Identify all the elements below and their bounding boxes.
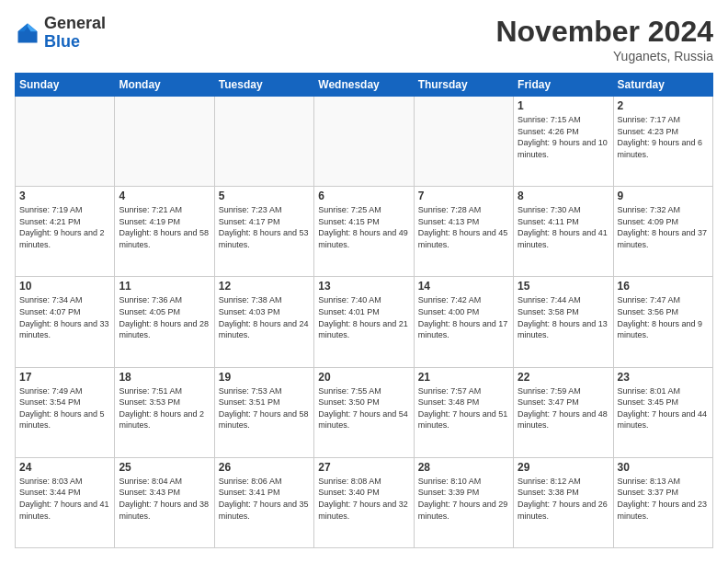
day-info: Sunrise: 7:57 AM Sunset: 3:48 PM Dayligh… <box>418 385 509 431</box>
col-thursday: Thursday <box>414 74 513 97</box>
calendar-cell: 11Sunrise: 7:36 AM Sunset: 4:05 PM Dayli… <box>115 277 214 367</box>
calendar-cell: 1Sunrise: 7:15 AM Sunset: 4:26 PM Daylig… <box>514 97 613 187</box>
calendar-cell <box>115 97 214 187</box>
day-info: Sunrise: 8:06 AM Sunset: 3:41 PM Dayligh… <box>219 476 310 522</box>
day-info: Sunrise: 7:42 AM Sunset: 4:00 PM Dayligh… <box>418 294 509 340</box>
col-wednesday: Wednesday <box>314 74 414 97</box>
col-sunday: Sunday <box>16 74 115 97</box>
calendar-cell: 16Sunrise: 7:47 AM Sunset: 3:56 PM Dayli… <box>613 277 712 367</box>
col-monday: Monday <box>115 74 214 97</box>
day-number: 9 <box>618 190 709 202</box>
day-number: 28 <box>418 461 509 474</box>
day-number: 5 <box>219 190 310 202</box>
calendar-cell: 4Sunrise: 7:21 AM Sunset: 4:19 PM Daylig… <box>115 187 214 277</box>
day-number: 2 <box>618 99 709 112</box>
calendar-header-row: Sunday Monday Tuesday Wednesday Thursday… <box>16 74 713 97</box>
calendar-cell: 10Sunrise: 7:34 AM Sunset: 4:07 PM Dayli… <box>16 277 115 367</box>
day-info: Sunrise: 7:47 AM Sunset: 3:56 PM Dayligh… <box>618 294 709 340</box>
title-block: November 2024 Yuganets, Russia <box>495 15 713 63</box>
day-number: 8 <box>518 190 609 202</box>
day-number: 25 <box>119 461 210 474</box>
day-number: 20 <box>318 371 409 384</box>
day-number: 4 <box>119 190 210 202</box>
calendar-cell: 5Sunrise: 7:23 AM Sunset: 4:17 PM Daylig… <box>214 187 313 277</box>
day-number: 12 <box>219 280 310 293</box>
calendar-table: Sunday Monday Tuesday Wednesday Thursday… <box>15 73 713 548</box>
day-info: Sunrise: 7:34 AM Sunset: 4:07 PM Dayligh… <box>19 294 110 340</box>
day-number: 22 <box>518 371 609 384</box>
calendar-cell: 3Sunrise: 7:19 AM Sunset: 4:21 PM Daylig… <box>16 187 115 277</box>
day-info: Sunrise: 8:08 AM Sunset: 3:40 PM Dayligh… <box>318 476 409 522</box>
day-info: Sunrise: 8:12 AM Sunset: 3:38 PM Dayligh… <box>518 476 609 522</box>
logo-icon <box>15 20 40 46</box>
day-info: Sunrise: 7:15 AM Sunset: 4:26 PM Dayligh… <box>518 114 609 160</box>
calendar-cell: 8Sunrise: 7:30 AM Sunset: 4:11 PM Daylig… <box>514 187 613 277</box>
calendar-cell: 20Sunrise: 7:55 AM Sunset: 3:50 PM Dayli… <box>314 367 414 457</box>
day-number: 18 <box>119 371 210 384</box>
day-info: Sunrise: 8:10 AM Sunset: 3:39 PM Dayligh… <box>418 476 509 522</box>
calendar-cell: 13Sunrise: 7:40 AM Sunset: 4:01 PM Dayli… <box>314 277 414 367</box>
calendar-cell: 28Sunrise: 8:10 AM Sunset: 3:39 PM Dayli… <box>414 457 513 547</box>
day-number: 16 <box>618 280 709 293</box>
calendar-cell: 29Sunrise: 8:12 AM Sunset: 3:38 PM Dayli… <box>514 457 613 547</box>
day-info: Sunrise: 7:30 AM Sunset: 4:11 PM Dayligh… <box>518 204 609 250</box>
calendar-cell: 26Sunrise: 8:06 AM Sunset: 3:41 PM Dayli… <box>214 457 313 547</box>
day-info: Sunrise: 8:04 AM Sunset: 3:43 PM Dayligh… <box>119 476 210 522</box>
day-number: 27 <box>318 461 409 474</box>
calendar-cell: 19Sunrise: 7:53 AM Sunset: 3:51 PM Dayli… <box>214 367 313 457</box>
col-saturday: Saturday <box>613 74 712 97</box>
calendar-cell: 12Sunrise: 7:38 AM Sunset: 4:03 PM Dayli… <box>214 277 313 367</box>
calendar-week-1: 1Sunrise: 7:15 AM Sunset: 4:26 PM Daylig… <box>16 97 713 187</box>
day-info: Sunrise: 7:21 AM Sunset: 4:19 PM Dayligh… <box>119 204 210 250</box>
day-number: 11 <box>119 280 210 293</box>
day-number: 17 <box>19 371 110 384</box>
calendar-cell: 25Sunrise: 8:04 AM Sunset: 3:43 PM Dayli… <box>115 457 214 547</box>
header: General Blue November 2024 Yuganets, Rus… <box>15 15 713 63</box>
location: Yuganets, Russia <box>495 49 713 63</box>
day-info: Sunrise: 8:03 AM Sunset: 3:44 PM Dayligh… <box>19 476 110 522</box>
calendar-cell: 2Sunrise: 7:17 AM Sunset: 4:23 PM Daylig… <box>613 97 712 187</box>
calendar-week-5: 24Sunrise: 8:03 AM Sunset: 3:44 PM Dayli… <box>16 457 713 547</box>
day-info: Sunrise: 7:44 AM Sunset: 3:58 PM Dayligh… <box>518 294 609 340</box>
calendar-cell: 27Sunrise: 8:08 AM Sunset: 3:40 PM Dayli… <box>314 457 414 547</box>
day-info: Sunrise: 7:36 AM Sunset: 4:05 PM Dayligh… <box>119 294 210 340</box>
logo-general-text: General <box>44 14 106 32</box>
day-info: Sunrise: 7:51 AM Sunset: 3:53 PM Dayligh… <box>119 385 210 431</box>
day-info: Sunrise: 7:25 AM Sunset: 4:15 PM Dayligh… <box>318 204 409 250</box>
calendar-cell <box>214 97 313 187</box>
day-number: 1 <box>518 99 609 112</box>
day-info: Sunrise: 8:01 AM Sunset: 3:45 PM Dayligh… <box>618 385 709 431</box>
logo-text: General Blue <box>44 15 106 52</box>
day-info: Sunrise: 7:19 AM Sunset: 4:21 PM Dayligh… <box>19 204 110 250</box>
day-info: Sunrise: 7:32 AM Sunset: 4:09 PM Dayligh… <box>618 204 709 250</box>
calendar-cell: 18Sunrise: 7:51 AM Sunset: 3:53 PM Dayli… <box>115 367 214 457</box>
calendar-cell: 30Sunrise: 8:13 AM Sunset: 3:37 PM Dayli… <box>613 457 712 547</box>
day-info: Sunrise: 7:40 AM Sunset: 4:01 PM Dayligh… <box>318 294 409 340</box>
day-info: Sunrise: 7:49 AM Sunset: 3:54 PM Dayligh… <box>19 385 110 431</box>
day-info: Sunrise: 7:53 AM Sunset: 3:51 PM Dayligh… <box>219 385 310 431</box>
calendar-cell: 7Sunrise: 7:28 AM Sunset: 4:13 PM Daylig… <box>414 187 513 277</box>
calendar-cell <box>414 97 513 187</box>
calendar-cell: 23Sunrise: 8:01 AM Sunset: 3:45 PM Dayli… <box>613 367 712 457</box>
day-info: Sunrise: 7:59 AM Sunset: 3:47 PM Dayligh… <box>518 385 609 431</box>
calendar-cell: 6Sunrise: 7:25 AM Sunset: 4:15 PM Daylig… <box>314 187 414 277</box>
day-number: 14 <box>418 280 509 293</box>
calendar-cell <box>314 97 414 187</box>
calendar-week-3: 10Sunrise: 7:34 AM Sunset: 4:07 PM Dayli… <box>16 277 713 367</box>
day-number: 21 <box>418 371 509 384</box>
day-number: 29 <box>518 461 609 474</box>
calendar-cell: 22Sunrise: 7:59 AM Sunset: 3:47 PM Dayli… <box>514 367 613 457</box>
day-number: 19 <box>219 371 310 384</box>
col-tuesday: Tuesday <box>214 74 313 97</box>
day-number: 26 <box>219 461 310 474</box>
calendar-cell: 21Sunrise: 7:57 AM Sunset: 3:48 PM Dayli… <box>414 367 513 457</box>
day-number: 23 <box>618 371 709 384</box>
day-info: Sunrise: 7:28 AM Sunset: 4:13 PM Dayligh… <box>418 204 509 250</box>
day-number: 3 <box>19 190 110 202</box>
calendar-cell: 15Sunrise: 7:44 AM Sunset: 3:58 PM Dayli… <box>514 277 613 367</box>
day-number: 6 <box>318 190 409 202</box>
day-number: 13 <box>318 280 409 293</box>
day-info: Sunrise: 7:38 AM Sunset: 4:03 PM Dayligh… <box>219 294 310 340</box>
day-info: Sunrise: 8:13 AM Sunset: 3:37 PM Dayligh… <box>618 476 709 522</box>
month-title: November 2024 <box>495 15 713 49</box>
